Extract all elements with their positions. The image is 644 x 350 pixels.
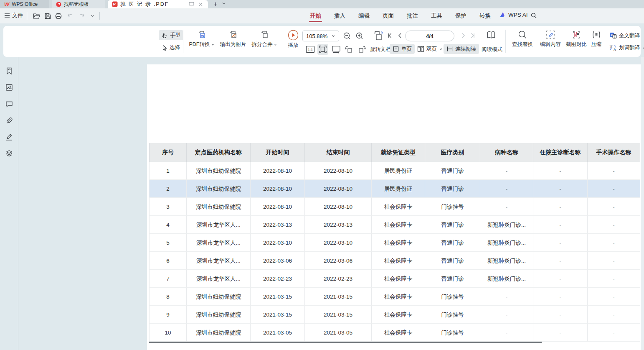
- read-mode-label[interactable]: 阅读模式: [482, 46, 502, 53]
- tab-list-chevron-icon[interactable]: [221, 1, 226, 6]
- menu-search-icon[interactable]: [530, 12, 537, 19]
- present-on-monitor-icon[interactable]: [188, 1, 195, 8]
- read-mode-book-icon[interactable]: [484, 29, 498, 41]
- edit-content-label: 编辑内容: [540, 41, 561, 48]
- edit-content-button[interactable]: 编辑内容: [538, 30, 563, 48]
- table-cell: 深圳市妇幼保健院: [187, 180, 251, 198]
- tab-wps-office[interactable]: W WPS Office: [0, 0, 49, 8]
- tab-docer-templates[interactable]: 找稻壳模板: [52, 0, 105, 8]
- single-page-button[interactable]: 单页: [390, 44, 415, 54]
- table-cell: -: [588, 306, 640, 324]
- column-header: 结束时间: [305, 143, 372, 162]
- first-page-button[interactable]: [386, 32, 394, 39]
- table-cell: 深圳市龙华区人...: [187, 234, 251, 252]
- table-cell: 2: [149, 180, 187, 198]
- next-page-button[interactable]: [459, 32, 467, 39]
- zoom-out-button[interactable]: [342, 31, 352, 41]
- continuous-read-button[interactable]: 连续阅读: [444, 44, 479, 54]
- previous-page-button[interactable]: [396, 32, 404, 39]
- rotate-doc-label[interactable]: 旋转文档: [370, 46, 391, 53]
- thumbnails-panel-button[interactable]: [5, 83, 13, 92]
- table-cell: -: [480, 306, 533, 324]
- quick-toolbar-chevron-icon[interactable]: [88, 12, 97, 20]
- file-menu-label: 文件: [12, 12, 23, 19]
- full-translate-button[interactable]: A文 全文翻译: [606, 31, 643, 41]
- export-image-button[interactable]: 输出为图片: [218, 30, 248, 48]
- rotate-pages-button[interactable]: [372, 29, 385, 42]
- print-icon[interactable]: [54, 12, 63, 20]
- column-header: 住院主诊断名称: [533, 143, 588, 162]
- pdf-convert-label: PDF转换: [189, 41, 210, 48]
- layers-panel-button[interactable]: [5, 149, 13, 158]
- vertical-scrollbar[interactable]: [641, 57, 644, 350]
- medical-records-table: 序号定点医药机构名称开始时间结束时间就诊凭证类型医疗类别病种名称住院主诊断名称手…: [149, 143, 640, 342]
- pdf-convert-button[interactable]: W PDF转换: [188, 30, 216, 48]
- menu-item-页面[interactable]: 页面: [382, 9, 395, 23]
- wps-ai-button[interactable]: WPS AI: [499, 11, 528, 18]
- zoom-level-select[interactable]: 105.88%: [302, 31, 339, 41]
- menu-item-插入[interactable]: 插入: [333, 9, 346, 23]
- close-tab-icon[interactable]: [197, 1, 204, 8]
- menu-item-保护[interactable]: 保护: [454, 9, 467, 23]
- file-menu-button[interactable]: 文件: [4, 12, 23, 19]
- compress-button[interactable]: 压缩: [587, 30, 606, 48]
- open-file-icon[interactable]: [32, 12, 41, 20]
- table-cell: 2022-03-13: [305, 216, 372, 234]
- edit-content-icon: [545, 30, 555, 40]
- table-cell: 深圳市妇幼保健院: [187, 162, 251, 180]
- undo-icon[interactable]: [66, 12, 75, 20]
- rotate-left-button[interactable]: [343, 44, 354, 55]
- play-icon: [288, 30, 299, 41]
- word-translate-label: 划词翻译: [619, 44, 640, 51]
- word-translate-button[interactable]: 文A 划词翻译: [606, 43, 644, 53]
- find-replace-button[interactable]: 查找替换: [509, 30, 536, 48]
- table-row: 8深圳市妇幼保健院2021-03-152021-03-15社会保障卡门诊挂号--…: [149, 288, 640, 306]
- table-cell: 门诊挂号: [425, 198, 480, 216]
- svg-text:P: P: [113, 2, 117, 6]
- divider: [505, 30, 506, 53]
- play-button[interactable]: 播放: [284, 30, 302, 49]
- menu-item-编辑[interactable]: 编辑: [357, 9, 370, 23]
- split-merge-label: 拆分合并: [252, 41, 273, 48]
- double-page-button[interactable]: 双页: [414, 44, 446, 54]
- menu-item-开始[interactable]: 开始: [309, 9, 322, 23]
- pdf-page[interactable]: 序号定点医药机构名称开始时间结束时间就诊凭证类型医疗类别病种名称住院主诊断名称手…: [147, 64, 641, 350]
- zoom-in-button[interactable]: [354, 31, 365, 41]
- screenshot-compare-button[interactable]: 截图对比: [564, 30, 589, 48]
- bookmark-icon: [5, 67, 13, 75]
- select-tool-label: 选择: [170, 44, 180, 51]
- hand-tool-button[interactable]: 手型: [159, 30, 183, 40]
- rotate-right-button[interactable]: [357, 44, 368, 55]
- save-icon[interactable]: [43, 12, 52, 20]
- redo-icon[interactable]: [77, 12, 86, 20]
- image-icon: [5, 83, 13, 92]
- actual-size-button[interactable]: 1:1: [305, 44, 316, 55]
- table-cell: -: [588, 324, 640, 342]
- table-row: 3深圳市妇幼保健院2022-08-102022-08-10社会保障卡门诊挂号--…: [149, 198, 640, 216]
- table-cell: 深圳市龙华区人...: [187, 252, 251, 270]
- menu-item-转换[interactable]: 转换: [479, 9, 492, 23]
- signature-panel-button[interactable]: [5, 133, 13, 141]
- column-header: 定点医药机构名称: [187, 143, 251, 162]
- attachments-panel-button[interactable]: [5, 116, 13, 125]
- screenshot-compare-icon: [571, 30, 581, 40]
- table-cell: -: [588, 162, 640, 180]
- table-cell: 2022-08-10: [251, 198, 305, 216]
- tab-document-pdf[interactable]: P 就 医 记 录 .PDF: [108, 0, 208, 8]
- comments-panel-button[interactable]: [5, 100, 13, 108]
- chevron-down-icon: [439, 47, 443, 51]
- fit-width-button[interactable]: [331, 44, 342, 55]
- wps-logo-icon: W: [4, 1, 9, 8]
- bookmarks-panel-button[interactable]: [5, 67, 13, 75]
- page-indicator-input[interactable]: 4/4: [405, 31, 454, 41]
- table-cell: 普通门诊: [425, 162, 480, 180]
- menu-item-批注[interactable]: 批注: [406, 9, 419, 23]
- last-page-button[interactable]: [469, 32, 476, 39]
- menu-item-工具[interactable]: 工具: [430, 9, 443, 23]
- new-tab-button[interactable]: +: [211, 0, 220, 8]
- fit-page-button[interactable]: [317, 44, 328, 55]
- select-tool-button[interactable]: 选择: [159, 43, 183, 53]
- split-merge-button[interactable]: 拆分合并: [251, 30, 278, 48]
- table-cell: 深圳市妇幼保健院: [187, 306, 251, 324]
- chevron-down-icon: [331, 34, 335, 38]
